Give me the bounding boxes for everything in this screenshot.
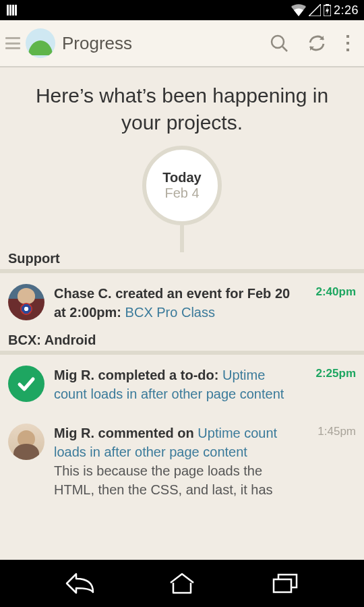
svg-rect-9 <box>346 42 349 45</box>
avatar <box>8 424 44 460</box>
feed-item-comment: This is because the page loads the HTML,… <box>54 461 301 499</box>
feed-item[interactable]: Mig R. commented on Uptime count loads i… <box>0 413 364 499</box>
svg-line-7 <box>282 47 287 51</box>
search-icon[interactable] <box>260 24 298 62</box>
progress-feed[interactable]: Here’s what’s been happening in your pro… <box>0 67 364 560</box>
battery-bars-icon <box>7 5 18 16</box>
feed-item-time: 1:45pm <box>310 424 356 499</box>
feed-item-lead: Mig R. commented on <box>54 426 198 440</box>
android-status-bar: 2:26 <box>0 0 364 20</box>
svg-rect-3 <box>15 5 17 16</box>
home-button[interactable] <box>158 567 206 600</box>
section-header: Support <box>0 250 364 273</box>
svg-rect-1 <box>9 5 11 16</box>
feed-item-body: Mig R. commented on Uptime count loads i… <box>54 424 301 499</box>
overflow-menu-icon[interactable] <box>336 24 360 62</box>
back-button[interactable] <box>56 567 103 600</box>
svg-rect-8 <box>346 35 349 38</box>
section-header: BCX: Android <box>0 331 364 355</box>
svg-rect-10 <box>346 49 349 51</box>
svg-point-6 <box>272 36 284 48</box>
feed-item-time: 2:25pm <box>310 366 356 403</box>
svg-rect-5 <box>326 4 329 5</box>
headline: Here’s what’s been happening in your pro… <box>0 67 364 142</box>
page-title: Progress <box>62 33 260 54</box>
menu-icon[interactable] <box>5 37 20 49</box>
cell-signal-icon <box>309 4 321 16</box>
feed-item[interactable]: Chase C. created an event for Feb 20 at … <box>0 273 364 331</box>
timeline-stem <box>180 225 184 252</box>
completed-check-icon <box>8 366 44 402</box>
date-bubble: Today Feb 4 <box>142 146 222 225</box>
android-nav-bar <box>0 560 364 607</box>
battery-charging-icon <box>324 4 331 16</box>
feed-item-time: 2:40pm <box>310 284 356 322</box>
wifi-icon <box>291 4 306 16</box>
date-bubble-date: Feb 4 <box>164 185 199 201</box>
app-logo-icon[interactable] <box>26 28 55 58</box>
svg-rect-2 <box>12 5 14 16</box>
feed-item-link[interactable]: BCX Pro Class <box>125 305 215 320</box>
avatar <box>8 284 44 320</box>
date-bubble-label: Today <box>162 170 201 185</box>
timeline-head: Today Feb 4 <box>0 142 364 250</box>
feed-item[interactable]: Mig R. completed a to-do: Uptime count l… <box>0 355 364 413</box>
feed-item-body: Mig R. completed a to-do: Uptime count l… <box>54 366 301 403</box>
svg-rect-11 <box>274 579 291 592</box>
feed-item-body: Chase C. created an event for Feb 20 at … <box>54 284 301 322</box>
feed-item-lead: Mig R. completed a to-do: <box>54 368 222 382</box>
svg-rect-0 <box>7 5 9 16</box>
status-time: 2:26 <box>334 3 359 18</box>
action-bar: Progress <box>0 20 364 67</box>
refresh-icon[interactable] <box>298 24 336 62</box>
recents-button[interactable] <box>262 567 309 600</box>
